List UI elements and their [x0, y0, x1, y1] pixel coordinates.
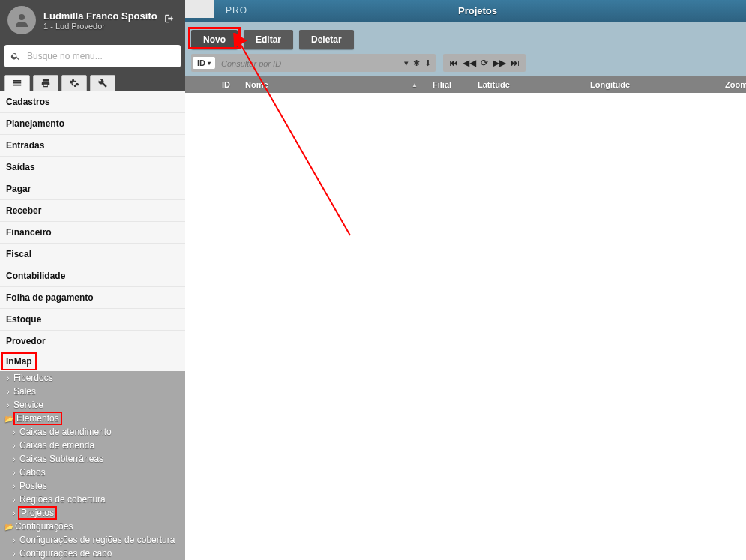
main-panel: PRO Projetos Novo Editar Deletar ID ▾ ▾ …: [185, 0, 746, 560]
menu-saidas[interactable]: Saídas: [0, 156, 185, 178]
toolbar-wrench-icon[interactable]: [90, 75, 115, 91]
chevron-right-icon: ›: [4, 374, 12, 382]
submenu: ›Fiberdocs ›Sales ›Service 📂Elementos ›C…: [0, 371, 185, 560]
chevron-right-icon: ›: [10, 442, 18, 450]
menu-search[interactable]: [4, 45, 181, 67]
next-page-icon[interactable]: ▶▶: [493, 58, 506, 68]
sub-caixas-emenda[interactable]: ›Caixas de emenda: [0, 439, 185, 452]
menu-folha[interactable]: Folha de pagamento: [0, 286, 185, 308]
folder-open-icon: 📂: [4, 523, 13, 531]
deletar-button[interactable]: Deletar: [299, 30, 354, 49]
menu-receber[interactable]: Receber: [0, 199, 185, 221]
user-sub: 1 - Lud Provedor: [43, 22, 161, 31]
menu-provedor[interactable]: Provedor: [0, 330, 185, 352]
avatar: [7, 6, 36, 34]
col-filial[interactable]: Filial: [425, 80, 470, 89]
toolbar-print-icon[interactable]: [33, 75, 58, 91]
col-nome[interactable]: Nome▲: [238, 80, 425, 89]
chevron-right-icon: ›: [10, 536, 18, 544]
sub-cabos[interactable]: ›Cabos: [0, 466, 185, 479]
titlebar: PRO Projetos: [185, 0, 746, 22]
app-label: PRO: [226, 5, 247, 16]
filter-input[interactable]: [217, 58, 400, 70]
chevron-right-icon: ›: [4, 401, 12, 409]
menu-planejamento[interactable]: Planejamento: [0, 112, 185, 134]
sub-elementos[interactable]: 📂Elementos: [0, 412, 185, 425]
sub-postes[interactable]: ›Postes: [0, 479, 185, 493]
menu-pagar[interactable]: Pagar: [0, 178, 185, 199]
sub-configuracoes[interactable]: 📂Configurações: [0, 520, 185, 533]
menu-entradas[interactable]: Entradas: [0, 134, 185, 156]
filter-group: ID ▾ ▾ ✱ ⬇: [191, 54, 436, 72]
caret-down-icon: ▾: [208, 60, 211, 67]
page-title: Projetos: [458, 5, 497, 16]
tab-stub[interactable]: [185, 0, 214, 18]
col-latitude[interactable]: Latitude: [470, 80, 583, 89]
sub-config-regioes[interactable]: ›Configurações de regiões de cobertura: [0, 533, 185, 547]
prev-page-icon[interactable]: ◀◀: [463, 58, 476, 68]
chevron-right-icon: ›: [10, 455, 18, 463]
col-longitude[interactable]: Longitude: [583, 80, 718, 89]
dropdown-icon[interactable]: ▾: [404, 58, 409, 68]
svg-point-0: [19, 14, 25, 20]
sub-projetos[interactable]: ›Projetos: [0, 506, 185, 520]
chevron-right-icon: ›: [10, 550, 18, 558]
filter-row: ID ▾ ▾ ✱ ⬇ ⏮ ◀◀ ⟳ ▶▶ ⏭: [185, 54, 746, 76]
pagination-nav: ⏮ ◀◀ ⟳ ▶▶ ⏭: [443, 54, 526, 72]
download-icon[interactable]: ⬇: [424, 58, 431, 68]
col-id[interactable]: ID: [185, 80, 238, 89]
sidebar-toolbar: [0, 72, 185, 91]
col-zoom[interactable]: Zoom: [718, 80, 746, 89]
logout-icon[interactable]: [161, 10, 178, 30]
menu-cadastros[interactable]: Cadastros: [0, 91, 185, 112]
menu-fiscal[interactable]: Fiscal: [0, 243, 185, 265]
last-page-icon[interactable]: ⏭: [511, 58, 520, 68]
menu-inmap[interactable]: InMap: [3, 353, 35, 369]
sub-sales[interactable]: ›Sales: [0, 385, 185, 398]
chevron-right-icon: ›: [10, 469, 18, 477]
sub-regioes-cobertura[interactable]: ›Regiões de cobertura: [0, 493, 185, 506]
menu-contabilidade[interactable]: Contabilidade: [0, 265, 185, 286]
sub-caixas-subterraneas[interactable]: ›Caixas Subterrâneas: [0, 452, 185, 466]
folder-open-icon: 📂: [4, 415, 13, 423]
sidebar: Ludmilla Franco Sposito 1 - Lud Provedor…: [0, 0, 185, 560]
novo-button[interactable]: Novo: [191, 30, 238, 49]
chevron-right-icon: ›: [10, 428, 18, 436]
main-menu: Cadastros Planejamento Entradas Saídas P…: [0, 91, 185, 371]
chevron-right-icon: ›: [10, 496, 18, 504]
user-name: Ludmilla Franco Sposito: [43, 10, 161, 22]
action-toolbar: Novo Editar Deletar: [185, 22, 746, 54]
refresh-icon[interactable]: ⟳: [481, 58, 488, 68]
menu-financeiro[interactable]: Financeiro: [0, 221, 185, 243]
sort-asc-icon: ▲: [412, 82, 418, 88]
chevron-right-icon: ›: [10, 509, 18, 517]
toolbar-list-icon[interactable]: [4, 75, 30, 91]
search-icon: [10, 51, 21, 61]
sub-config-cabo[interactable]: ›Configurações de cabo: [0, 547, 185, 560]
user-header: Ludmilla Franco Sposito 1 - Lud Provedor: [0, 0, 185, 40]
sub-caixas-atendimento[interactable]: ›Caixas de atendimento: [0, 425, 185, 439]
filter-field-selector[interactable]: ID ▾: [193, 57, 215, 69]
sub-service[interactable]: ›Service: [0, 398, 185, 412]
toolbar-gears-icon[interactable]: [61, 75, 87, 91]
grid-body: [185, 93, 746, 560]
menu-estoque[interactable]: Estoque: [0, 308, 185, 330]
first-page-icon[interactable]: ⏮: [449, 58, 458, 68]
chevron-right-icon: ›: [4, 388, 12, 396]
settings-mini-icon[interactable]: ✱: [413, 58, 420, 68]
menu-search-input[interactable]: [27, 51, 175, 61]
editar-button[interactable]: Editar: [244, 30, 293, 49]
sub-fiberdocs[interactable]: ›Fiberdocs: [0, 371, 185, 385]
chevron-right-icon: ›: [10, 482, 18, 490]
grid-header: ID Nome▲ Filial Latitude Longitude Zoom: [185, 76, 746, 93]
